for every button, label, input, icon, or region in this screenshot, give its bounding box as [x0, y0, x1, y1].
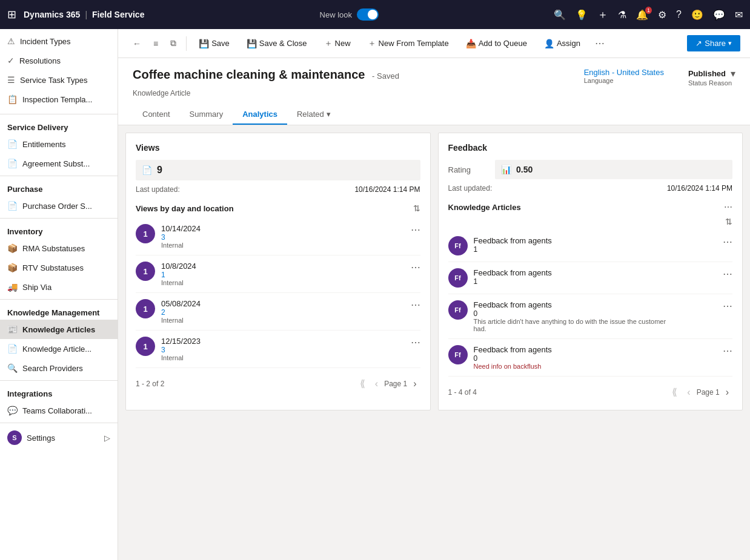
- views-pagination-nav: ⟪ ‹ Page 1 ›: [356, 375, 420, 392]
- ka-item-3: Ff Feedback from agents 0 Need info on b…: [448, 339, 733, 377]
- sidebar-item-search-providers[interactable]: 🔍 Search Providers: [0, 358, 118, 378]
- save-button[interactable]: 💾 Save: [191, 35, 237, 52]
- add-to-queue-button[interactable]: 📥 Add to Queue: [459, 35, 534, 52]
- inventory-label: Inventory: [0, 221, 118, 239]
- views-last-updated-label: Last updated:: [136, 185, 180, 194]
- ka-avatar-0: Ff: [448, 236, 468, 255]
- status-reason-row: Published ▾: [688, 68, 735, 79]
- ka-name-2: Feedback from agents: [474, 300, 668, 309]
- ka-more-1[interactable]: ⋯: [723, 268, 732, 280]
- view-item-more-2[interactable]: ⋯: [411, 299, 420, 311]
- feedback-prev-page-btn[interactable]: ‹: [683, 384, 694, 400]
- view-badge-3: 1: [136, 337, 155, 356]
- back-button[interactable]: ←: [128, 35, 146, 52]
- assign-button[interactable]: 👤 Assign: [537, 35, 588, 52]
- feedback-last-updated-label: Last updated:: [448, 184, 493, 193]
- sidebar-item-purchase-order-s[interactable]: 📄 Purchase Order S...: [0, 196, 118, 216]
- smiley-icon[interactable]: 🙂: [691, 9, 703, 21]
- save-icon: 💾: [199, 39, 209, 48]
- save-close-button[interactable]: 💾 Save & Close: [239, 35, 314, 52]
- filter-icon[interactable]: ⚗: [618, 9, 626, 21]
- settings-row[interactable]: S Settings ▷: [0, 426, 118, 450]
- status-chevron-button[interactable]: ▾: [731, 68, 735, 79]
- sidebar-item-incident-types[interactable]: ⚠ Incident Types: [0, 31, 118, 51]
- ka-more-2[interactable]: ⋯: [723, 300, 732, 312]
- views-next-page-btn[interactable]: ›: [410, 376, 420, 392]
- sidebar-divider-2: [0, 176, 118, 176]
- assign-icon: 👤: [544, 39, 554, 48]
- new-window-button[interactable]: ⧉: [165, 35, 181, 52]
- share-button[interactable]: ↗ Share ▾: [687, 35, 740, 51]
- view-badge-1: 1: [136, 262, 155, 281]
- tab-content[interactable]: Content: [133, 105, 180, 125]
- inspection-icon: 📋: [7, 94, 18, 104]
- language-value[interactable]: English - United States: [584, 68, 664, 77]
- sidebar-item-entitlements[interactable]: 📄 Entitlements: [0, 134, 118, 154]
- ka-comment-3: Need info on backflush: [474, 363, 552, 370]
- ka-name-1: Feedback from agents: [474, 268, 552, 277]
- ka-more-0[interactable]: ⋯: [723, 236, 732, 248]
- sidebar-item-service-task-types[interactable]: ☰ Service Task Types: [0, 70, 118, 90]
- ka-name-3: Feedback from agents: [474, 345, 552, 354]
- view-item-more-0[interactable]: ⋯: [411, 224, 420, 236]
- sidebar-item-ship-via[interactable]: 🚚 Ship Via: [0, 277, 118, 297]
- sidebar-divider-5: [0, 380, 118, 381]
- sort-icon[interactable]: ⇅: [413, 203, 420, 213]
- grid-icon[interactable]: ⊞: [7, 8, 16, 21]
- sidebar-item-resolutions[interactable]: ✓ Resolutions: [0, 51, 118, 70]
- more-options-button[interactable]: ⋯: [590, 34, 609, 53]
- command-bar: ← ≡ ⧉ 💾 Save 💾 Save & Close ＋ New ＋ New …: [118, 29, 750, 58]
- ka-count-1: 1: [474, 277, 552, 286]
- ka-name-0: Feedback from agents: [474, 236, 552, 245]
- sidebar-item-teams-collaborati[interactable]: 💬 Teams Collaborati...: [0, 401, 118, 420]
- feedback-next-page-btn[interactable]: ›: [722, 384, 732, 400]
- sidebar-item-inspection-templates[interactable]: 📋 Inspection Templa...: [0, 90, 118, 109]
- resolutions-icon: ✓: [7, 56, 15, 65]
- sidebar-item-rma-substatuses[interactable]: 📦 RMA Substatuses: [0, 239, 118, 258]
- feedback-last-updated: Last updated: 10/16/2024 1:14 PM: [448, 184, 733, 193]
- list-view-button[interactable]: ≡: [148, 35, 163, 52]
- plus-icon[interactable]: ＋: [597, 7, 608, 22]
- article-meta: Knowledge Article: [133, 89, 735, 97]
- new-button[interactable]: ＋ New: [317, 35, 358, 53]
- ka-sort-icon[interactable]: ⇅: [725, 217, 732, 226]
- ka-more-3[interactable]: ⋯: [723, 345, 732, 357]
- sidebar-item-agreement-subst[interactable]: 📄 Agreement Subst...: [0, 154, 118, 173]
- view-date-3: 12/15/2023: [161, 337, 201, 346]
- views-prev-page-btn[interactable]: ‹: [371, 376, 382, 392]
- chat-icon[interactable]: 💬: [713, 9, 725, 21]
- help-icon[interactable]: ?: [676, 9, 682, 20]
- ka-avatar-1: Ff: [448, 268, 468, 288]
- search-icon[interactable]: 🔍: [554, 9, 566, 21]
- message-icon[interactable]: ✉: [735, 9, 743, 21]
- tab-summary[interactable]: Summary: [180, 105, 233, 125]
- view-date-2: 05/08/2024: [161, 299, 201, 308]
- sidebar-item-rtv-substatuses[interactable]: 📦 RTV Substatuses: [0, 258, 118, 277]
- status-reason-field: Published ▾ Status Reason: [688, 68, 735, 87]
- views-by-day-header: Views by day and location ⇅: [136, 203, 420, 213]
- sidebar-item-knowledge-articles[interactable]: 📰 Knowledge Articles: [0, 320, 118, 339]
- feedback-first-page-btn[interactable]: ⟪: [668, 384, 681, 400]
- feedback-panel: Feedback Rating 📊 0.50 Last updated: 10/…: [438, 133, 743, 410]
- views-first-page-btn[interactable]: ⟪: [356, 375, 369, 392]
- save-close-icon: 💾: [247, 39, 257, 48]
- sidebar-item-knowledge-article-t[interactable]: 📄 Knowledge Article...: [0, 339, 118, 358]
- ka-more-icon[interactable]: ⋯: [724, 202, 732, 212]
- tab-related[interactable]: Related ▾: [287, 105, 340, 125]
- tab-analytics[interactable]: Analytics: [233, 105, 287, 125]
- new-template-icon: ＋: [368, 38, 376, 49]
- bell-icon[interactable]: 🔔1: [636, 9, 648, 21]
- view-item-more-1[interactable]: ⋯: [411, 262, 420, 273]
- purchase-label: Purchase: [0, 179, 118, 196]
- view-item-more-3[interactable]: ⋯: [411, 337, 420, 348]
- integrations-label: Integrations: [0, 383, 118, 401]
- rating-icon: 📊: [501, 165, 511, 174]
- views-panel: Views 📄 9 Last updated: 10/16/2024 1:14 …: [125, 133, 431, 410]
- cmd-separator-1: [186, 36, 187, 51]
- sidebar: ⚠ Incident Types ✓ Resolutions ☰ Service…: [0, 29, 118, 560]
- gear-icon[interactable]: ⚙: [658, 9, 666, 21]
- new-look-toggle[interactable]: [357, 8, 379, 21]
- new-from-template-button[interactable]: ＋ New From Template: [360, 35, 456, 53]
- lightbulb-icon[interactable]: 💡: [576, 9, 588, 21]
- views-last-updated-row: Last updated: 10/16/2024 1:14 PM: [136, 185, 420, 194]
